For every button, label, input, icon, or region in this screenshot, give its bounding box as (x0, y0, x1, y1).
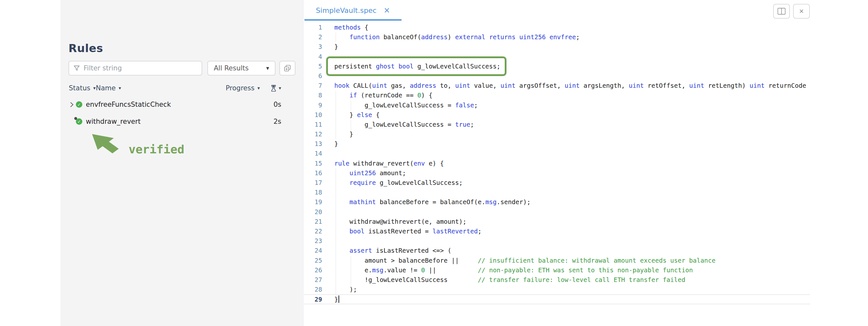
code-text: ); (334, 285, 357, 295)
line-number: 27 (304, 275, 322, 285)
expand-chevron-icon[interactable] (70, 102, 74, 108)
line-number: 21 (304, 217, 322, 227)
code-line[interactable]: 14 (304, 149, 810, 158)
code-text: } (334, 129, 353, 139)
code-text: e.msg.value != 0 || // non-payable: ETH … (334, 266, 693, 275)
rule-duration: 0s (274, 100, 281, 108)
code-line[interactable]: 2 function balanceOf(address) external r… (304, 32, 810, 42)
chevron-down-icon: ▾ (266, 65, 269, 71)
tab-title: SimpleVault.spec (316, 6, 377, 14)
column-status[interactable]: Status ▾ (69, 84, 95, 93)
filter-input[interactable]: Filter string (68, 61, 202, 76)
rule-row[interactable]: ✓envfreeFuncsStaticCheck0s (60, 98, 304, 111)
code-text: uint256 amount; (334, 169, 406, 178)
code-line[interactable]: 10 } else { (304, 110, 810, 120)
line-number: 9 (304, 100, 322, 110)
code-line[interactable]: 26 e.msg.value != 0 || // non-payable: E… (304, 266, 810, 275)
rules-sidebar: Rules Filter string All Results ▾ Status… (60, 0, 304, 326)
line-number: 20 (304, 207, 322, 217)
code-line[interactable]: 8 if (returnCode == 0) { (304, 91, 810, 100)
code-line[interactable]: 17 require g_lowLevelCallSuccess; (304, 178, 810, 188)
rule-name: withdraw_revert (86, 118, 141, 125)
line-number: 29 (304, 295, 322, 304)
line-number: 2 (304, 32, 322, 42)
text-cursor (339, 295, 339, 303)
code-line[interactable]: 12 } (304, 129, 810, 139)
tab-close-icon[interactable]: × (383, 6, 390, 14)
indent-guide (336, 207, 336, 217)
code-line[interactable]: 27 !g_lowLevelCallSuccess // transfer fa… (304, 275, 810, 285)
code-line[interactable]: 13} (304, 139, 810, 149)
code-text: withdraw@withrevert(e, amount); (334, 217, 466, 227)
column-name[interactable]: Name ▾ (96, 84, 121, 93)
rule-row[interactable]: ✓withdraw_revert2s (60, 115, 304, 128)
line-number: 16 (304, 169, 322, 178)
code-line[interactable]: 9 g_lowLevelCallSuccess = false; (304, 100, 810, 110)
line-number: 25 (304, 256, 322, 266)
line-number: 11 (304, 120, 322, 129)
indent-guide (336, 188, 336, 198)
split-view-button[interactable] (773, 4, 790, 19)
line-number: 24 (304, 246, 322, 256)
line-number: 14 (304, 149, 322, 158)
column-duration[interactable]: ▾ (271, 84, 281, 93)
rule-name: envfreeFuncsStaticCheck (86, 100, 171, 108)
code-line[interactable]: 5persistent ghost bool g_lowLevelCallSuc… (304, 62, 810, 71)
split-view-icon (777, 8, 786, 15)
sort-caret-icon: ▾ (279, 86, 281, 91)
results-filter-dropdown[interactable]: All Results ▾ (207, 61, 276, 76)
line-number: 26 (304, 266, 322, 275)
line-number: 13 (304, 139, 322, 149)
code-text: g_lowLevelCallSuccess = true; (334, 120, 474, 129)
code-line[interactable]: 22 bool isLastReverted = lastReverted; (304, 227, 810, 236)
code-line[interactable]: 15rule withdraw_revert(env e) { (304, 159, 810, 169)
results-filter-value: All Results (214, 64, 249, 72)
code-line[interactable]: 16 uint256 amount; (304, 169, 810, 178)
code-line[interactable]: 19 mathint balanceBefore = balanceOf(e.m… (304, 198, 810, 207)
code-line[interactable]: 24 assert isLastReverted <=> ( (304, 246, 810, 256)
line-number: 28 (304, 285, 322, 295)
close-icon: × (799, 7, 804, 16)
code-line[interactable]: 1methods { (304, 23, 810, 32)
code-text: } (334, 139, 338, 149)
code-line[interactable]: 18 (304, 188, 810, 198)
rule-duration: 2s (274, 118, 281, 125)
code-line[interactable]: 28 ); (304, 285, 810, 295)
run-dot-icon (74, 117, 77, 120)
column-progress[interactable]: Progress ▾ (226, 84, 260, 93)
copy-button[interactable] (279, 61, 296, 76)
line-number: 12 (304, 129, 322, 139)
sort-caret-icon: ▾ (119, 86, 121, 91)
code-line[interactable]: 23 (304, 236, 810, 246)
code-line[interactable]: 3} (304, 42, 810, 52)
verified-arrow-icon (90, 133, 125, 158)
code-editor[interactable]: 1methods {2 function balanceOf(address) … (304, 23, 810, 304)
code-line[interactable]: 25 amount > balanceBefore || // insuffic… (304, 256, 810, 266)
copy-icon (284, 65, 291, 72)
line-number: 5 (304, 62, 322, 71)
rules-table-header: Status ▾ Name ▾ Progress ▾ ▾ (60, 84, 304, 93)
line-number: 8 (304, 91, 322, 100)
code-line[interactable]: 6 (304, 71, 810, 81)
code-line[interactable]: 20 (304, 207, 810, 217)
code-text: assert isLastReverted <=> ( (334, 246, 452, 256)
verified-status-icon: ✓ (76, 101, 82, 108)
editor-tabbar: SimpleVault.spec × × (304, 0, 868, 21)
code-text: hook CALL(uint gas, address to, uint val… (334, 81, 806, 91)
active-tab-underline (305, 19, 402, 21)
line-number: 19 (304, 198, 322, 207)
code-line[interactable]: 4 (304, 52, 810, 62)
code-text: } (334, 295, 339, 304)
code-line[interactable]: 29} (304, 295, 810, 304)
verified-stamp: verified (129, 143, 184, 156)
code-line[interactable]: 7hook CALL(uint gas, address to, uint va… (304, 81, 810, 91)
code-line[interactable]: 11 g_lowLevelCallSuccess = true; (304, 120, 810, 129)
code-text: methods { (334, 23, 368, 32)
tab-simplevault-spec[interactable]: SimpleVault.spec × (305, 0, 402, 21)
code-text: } else { (334, 110, 380, 120)
verified-status-icon: ✓ (76, 118, 82, 125)
code-line[interactable]: 21 withdraw@withrevert(e, amount); (304, 217, 810, 227)
code-text: if (returnCode == 0) { (334, 91, 432, 100)
line-number: 18 (304, 188, 322, 198)
close-panel-button[interactable]: × (793, 4, 810, 19)
